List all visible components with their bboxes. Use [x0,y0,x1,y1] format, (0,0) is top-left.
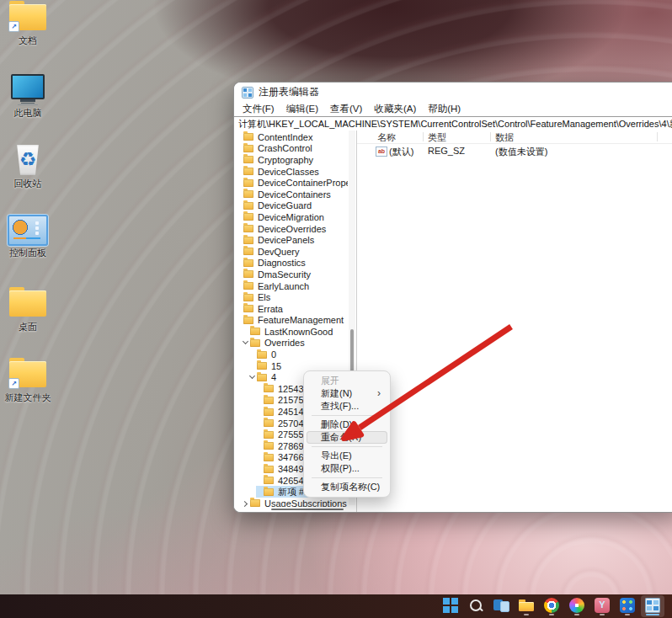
column-divider[interactable] [490,132,491,141]
chevron-icon[interactable] [236,191,243,198]
tree-item[interactable]: DeviceGuard [236,200,313,212]
tree-item[interactable]: 257049 [256,418,311,429]
tree-item[interactable]: CrashControl [236,143,314,155]
value-row[interactable]: (默认) REG_SZ (数值未设置) [357,146,672,157]
chevron-icon[interactable] [249,351,256,358]
chevron-icon[interactable] [256,466,263,472]
chevron-icon[interactable] [236,157,243,163]
chevron-icon[interactable] [256,420,263,427]
tree-item[interactable]: 245146 [256,406,311,418]
tree-item[interactable]: FeatureManagement [236,315,345,327]
menubar-item[interactable]: 查看(V) [324,103,368,115]
tree-item[interactable]: 278697 [256,440,311,452]
tree-item[interactable]: DmaSecurity [236,269,312,280]
context-menu-item[interactable]: 重命名(R) [307,431,387,444]
tree-horizontal-scrollbar[interactable] [234,507,348,511]
context-menu-item[interactable]: 展开 [307,375,387,387]
context-menu-item[interactable]: 复制项名称(C) [307,481,387,493]
chrome-icon[interactable] [540,595,563,617]
context-menu-item[interactable] [312,477,382,478]
chevron-icon[interactable] [236,294,243,301]
menubar-item[interactable]: 文件(F) [237,103,280,115]
tree-item[interactable]: 215754 [256,395,311,407]
context-menu-item[interactable] [312,415,382,416]
tree-item[interactable]: DeviceContainers [236,189,333,200]
context-menu-item[interactable] [312,446,382,447]
context-menu-item[interactable]: 新建(N) [307,387,387,400]
tree-item[interactable]: 0 [249,349,278,360]
context-menu-item[interactable]: 查找(F)... [307,400,387,413]
menubar-item[interactable]: 收藏夹(A) [368,103,422,115]
chevron-icon[interactable] [236,214,243,221]
tree-item[interactable]: 275553 [256,429,311,440]
chevron-icon[interactable] [236,271,243,278]
tree-item[interactable]: EarlyLaunch [236,280,311,292]
tree-item[interactable]: 348497 [256,463,311,475]
tree-item[interactable]: 4 [249,371,278,383]
desktop-icon-this-pc[interactable]: 此电脑 [3,72,52,119]
chevron-icon[interactable] [256,454,263,461]
scrollbar-thumb[interactable] [271,509,344,510]
task-view-icon[interactable] [489,595,513,617]
file-explorer-icon[interactable] [515,595,538,617]
chevron-icon[interactable] [236,306,243,312]
desktop-icon-control-panel[interactable]: 控制面板 [3,212,52,258]
tree-item[interactable]: DevicePanels [236,234,316,246]
tree-item[interactable]: 125431 [256,383,311,395]
tree-item[interactable]: DeviceMigration [236,211,326,223]
tree-item[interactable]: Els [236,291,272,303]
tree-item[interactable]: DeviceOverrides [236,223,328,235]
browser-pinwheel-icon[interactable] [565,595,589,617]
chevron-icon[interactable] [236,226,243,232]
tree-item[interactable]: Diagnostics [236,258,307,269]
chevron-icon[interactable] [243,500,249,507]
chevron-icon[interactable] [249,374,256,381]
tree-item[interactable]: ContentIndex [236,131,314,143]
pink-app-icon[interactable] [590,595,614,617]
tree-item[interactable]: 426540 [256,475,311,487]
chevron-icon[interactable] [256,488,263,495]
start-button[interactable] [439,595,462,617]
tree-item[interactable]: LastKnownGood [243,326,334,338]
chevron-icon[interactable] [249,363,256,370]
context-menu-item[interactable]: 删除(D) [307,418,387,431]
regedit-taskbar-icon[interactable] [641,595,664,617]
tree-item[interactable]: Cryptography [236,154,315,166]
chevron-icon[interactable] [236,237,243,243]
chevron-icon[interactable] [236,168,243,175]
chevron-icon[interactable] [236,179,243,186]
tree-item[interactable]: Errata [236,303,285,315]
column-divider[interactable] [423,132,424,141]
desktop-icon-folder-3[interactable]: 文档 [3,0,52,46]
tree-item[interactable]: DeviceClasses [236,166,321,178]
tree-item[interactable]: 347662 [256,452,311,464]
address-bar[interactable]: 计算机\HKEY_LOCAL_MACHINE\SYSTEM\CurrentCon… [234,116,672,131]
chevron-icon[interactable] [236,283,243,290]
chevron-icon[interactable] [243,339,249,346]
desktop-icon-recycle-bin[interactable]: 回收站 [3,143,52,189]
menubar-item[interactable]: 帮助(H) [422,103,467,115]
chevron-icon[interactable] [236,134,243,141]
chevron-icon[interactable] [256,443,263,450]
column-header-data[interactable]: 数据 [495,131,514,144]
desktop-icon-folder-1[interactable]: 桌面 [3,286,52,333]
chevron-icon[interactable] [236,202,243,209]
chevron-icon[interactable] [256,477,263,484]
tree-item[interactable]: DeviceContainerPropertyUpda [236,177,348,189]
column-header-name[interactable]: 名称 [377,131,396,144]
search-icon[interactable] [464,595,488,617]
menubar-item[interactable]: 编辑(E) [280,103,324,115]
tree-item[interactable]: UsageSubscriptions [243,498,348,507]
chevron-icon[interactable] [243,328,249,335]
chevron-icon[interactable] [236,259,243,266]
title-bar[interactable]: 注册表编辑器 [234,83,672,102]
paint-app-icon[interactable] [616,595,639,617]
tree-item[interactable]: DevQuery [236,246,301,258]
chevron-icon[interactable] [236,248,243,255]
column-header-type[interactable]: 类型 [428,131,446,144]
tree-item[interactable]: 15 [249,360,283,372]
chevron-icon[interactable] [256,397,263,403]
chevron-icon[interactable] [236,145,243,152]
chevron-icon[interactable] [256,386,263,392]
context-menu-item[interactable]: 导出(E) [307,450,387,462]
